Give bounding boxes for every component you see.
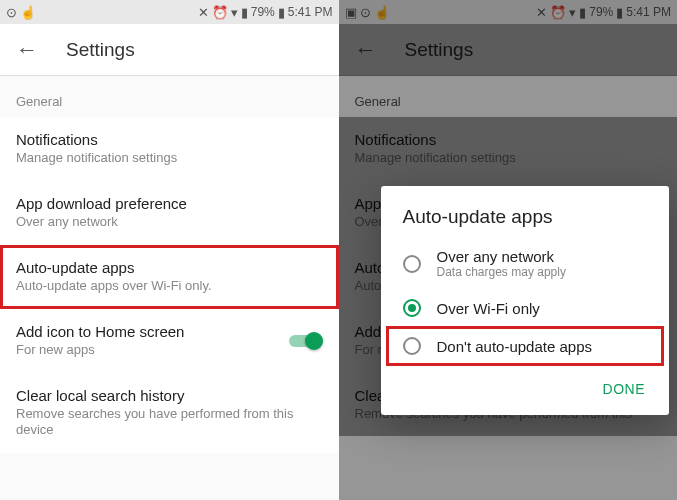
time-text: 5:41 PM: [626, 5, 671, 19]
item-title: Clear local search history: [16, 387, 323, 404]
item-download-pref[interactable]: App download preference Over any network: [0, 181, 339, 245]
alarm-icon: ⏰: [212, 5, 228, 20]
section-general: General: [0, 76, 339, 117]
item-notifications[interactable]: Notifications Manage notification settin…: [0, 117, 339, 181]
item-sub: Manage notification settings: [16, 150, 323, 167]
screen-left: ⊙ ☝ ✕ ⏰ ▾ ▮ 79% ▮ 5:41 PM ← Settings Gen…: [0, 0, 339, 500]
app-bar: ← Settings: [0, 24, 339, 76]
toggle-add-icon[interactable]: [289, 332, 323, 350]
status-bar: ⊙ ☝ ✕ ⏰ ▾ ▮ 79% ▮ 5:41 PM: [0, 0, 339, 24]
dialog-auto-update: Auto-update apps Over any network Data c…: [381, 186, 670, 415]
item-auto-update[interactable]: Auto-update apps Auto-update apps over W…: [0, 245, 339, 309]
item-clear-history[interactable]: Clear local search history Remove search…: [0, 373, 339, 454]
badge-icon: ⊙: [6, 5, 17, 20]
done-button[interactable]: DONE: [595, 375, 653, 403]
item-sub: For new apps: [16, 342, 184, 359]
radio-icon: [403, 299, 421, 317]
dialog-actions: DONE: [381, 365, 670, 407]
radio-label: Over any network: [437, 248, 566, 265]
time-text: 5:41 PM: [288, 5, 333, 19]
item-sub: Auto-update apps over Wi-Fi only.: [16, 278, 323, 295]
alarm-icon: ⏰: [550, 5, 566, 20]
battery-text: 79%: [251, 5, 275, 19]
radio-label: Don't auto-update apps: [437, 338, 592, 355]
radio-any-network[interactable]: Over any network Data charges may apply: [381, 238, 670, 289]
item-sub: Remove searches you have performed from …: [16, 406, 323, 440]
battery-icon: ▮: [616, 5, 623, 20]
radio-icon: [403, 337, 421, 355]
item-title: Notifications: [16, 131, 323, 148]
back-icon[interactable]: ←: [16, 37, 38, 63]
radio-dont-update[interactable]: Don't auto-update apps: [387, 327, 664, 365]
radio-sub: Data charges may apply: [437, 265, 566, 279]
radio-label: Over Wi-Fi only: [437, 300, 540, 317]
item-title: Auto-update apps: [16, 259, 323, 276]
vibrate-icon: ✕: [198, 5, 209, 20]
radio-icon: [403, 255, 421, 273]
app-icon: ☝: [20, 5, 36, 20]
status-bar: ▣ ⊙ ☝ ✕ ⏰ ▾ ▮ 79% ▮ 5:41 PM: [339, 0, 678, 24]
gallery-icon: ▣: [345, 5, 357, 20]
screen-right: ▣ ⊙ ☝ ✕ ⏰ ▾ ▮ 79% ▮ 5:41 PM ← Settings G…: [339, 0, 678, 500]
item-sub: Over any network: [16, 214, 323, 231]
app-icon: ☝: [374, 5, 390, 20]
dialog-title: Auto-update apps: [381, 206, 670, 238]
wifi-icon: ▾: [231, 5, 238, 20]
battery-text: 79%: [589, 5, 613, 19]
item-add-icon[interactable]: Add icon to Home screen For new apps: [0, 309, 339, 373]
item-title: App download preference: [16, 195, 323, 212]
battery-icon: ▮: [278, 5, 285, 20]
item-title: Add icon to Home screen: [16, 323, 184, 340]
wifi-icon: ▾: [569, 5, 576, 20]
signal-icon: ▮: [241, 5, 248, 20]
vibrate-icon: ✕: [536, 5, 547, 20]
page-title: Settings: [66, 39, 135, 61]
badge-icon: ⊙: [360, 5, 371, 20]
radio-wifi-only[interactable]: Over Wi-Fi only: [381, 289, 670, 327]
signal-icon: ▮: [579, 5, 586, 20]
